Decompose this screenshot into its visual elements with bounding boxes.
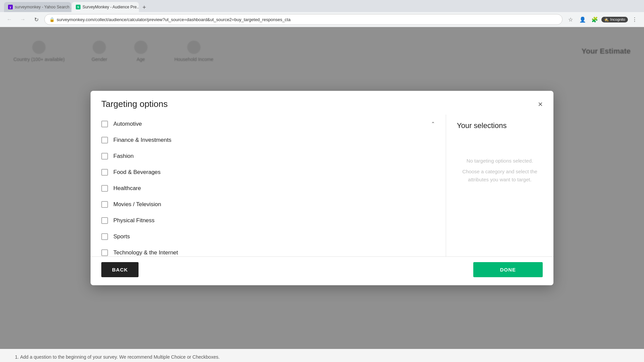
option-technology[interactable]: Technology & the Internet — [91, 245, 446, 256]
checkbox-movies[interactable] — [101, 201, 108, 208]
scroll-indicator-icon — [431, 122, 435, 126]
tab-label-surveymonkey: SurveyMonkey - Audience Pre... — [83, 5, 139, 9]
modal-title: Targeting options — [101, 99, 168, 109]
back-nav-button[interactable]: ← — [4, 14, 15, 25]
checkbox-healthcare[interactable] — [101, 185, 108, 192]
address-bar[interactable]: 🔒 surveymonkey.com/collect/audience/calc… — [44, 14, 562, 25]
option-label-sports: Sports — [113, 233, 130, 240]
option-food[interactable]: Food & Beverages — [91, 164, 446, 180]
option-sports[interactable]: Sports — [91, 229, 446, 245]
menu-button[interactable]: ⋮ — [629, 14, 640, 25]
new-tab-button[interactable]: + — [140, 3, 149, 12]
modal-body: Automotive Finance & Investments Fashion — [91, 115, 553, 256]
checkbox-technology[interactable] — [101, 249, 108, 256]
tab-favicon-surveymonkey: S — [76, 5, 80, 9]
back-button[interactable]: BACK — [101, 262, 139, 277]
no-selections-line1: No targeting options selected. — [457, 157, 543, 165]
incognito-badge: 🕵️ Incognito — [601, 17, 628, 22]
option-fashion[interactable]: Fashion — [91, 148, 446, 164]
page-background: Country (100+ available) Gender Age Hous… — [0, 27, 644, 349]
done-button[interactable]: DONE — [473, 262, 543, 277]
address-bar-row: ← → ↻ 🔒 surveymonkey.com/collect/audienc… — [0, 12, 644, 27]
bookmark-button[interactable]: ☆ — [565, 14, 576, 25]
no-selections-line2: Choose a category and select the attribu… — [457, 168, 543, 184]
checkbox-automotive[interactable] — [101, 121, 108, 127]
modal-overlay: Targeting options × Automotive — [0, 27, 644, 349]
tabs-bar: y surveymonkey - Yahoo Search ... × S Su… — [0, 0, 644, 12]
option-healthcare[interactable]: Healthcare — [91, 180, 446, 196]
modal-close-button[interactable]: × — [538, 100, 543, 108]
checkbox-fitness[interactable] — [101, 217, 108, 224]
tab-label-yahoo: surveymonkey - Yahoo Search ... — [15, 5, 71, 9]
option-label-technology: Technology & the Internet — [113, 249, 178, 256]
incognito-icon: 🕵️ — [604, 17, 609, 22]
option-automotive[interactable]: Automotive — [91, 117, 446, 132]
lock-icon: 🔒 — [49, 17, 55, 22]
option-label-finance: Finance & Investments — [113, 137, 171, 143]
option-label-fashion: Fashion — [113, 153, 133, 160]
browser-actions: ☆ 👤 🧩 🕵️ Incognito ⋮ — [565, 14, 640, 25]
tip-1: Add a question to the beginning of your … — [20, 354, 631, 360]
url-text: surveymonkey.com/collect/audience/calcul… — [57, 17, 557, 22]
incognito-label: Incognito — [610, 17, 625, 21]
browser-chrome: y surveymonkey - Yahoo Search ... × S Su… — [0, 0, 644, 27]
checkbox-finance[interactable] — [101, 137, 108, 143]
option-finance[interactable]: Finance & Investments — [91, 132, 446, 148]
modal-footer: BACK DONE — [91, 256, 553, 285]
tips-list: Add a question to the beginning of your … — [13, 354, 631, 362]
option-label-food: Food & Beverages — [113, 169, 161, 176]
selections-title: Your selections — [457, 121, 543, 130]
option-movies[interactable]: Movies / Television — [91, 196, 446, 213]
checkbox-fashion[interactable] — [101, 153, 108, 160]
extensions-button[interactable]: 🧩 — [589, 14, 600, 25]
option-label-movies: Movies / Television — [113, 201, 161, 208]
option-label-fitness: Physical Fitness — [113, 217, 155, 224]
checkbox-sports[interactable] — [101, 233, 108, 240]
tab-favicon-yahoo: y — [8, 5, 13, 9]
tab-surveymonkey[interactable]: S SurveyMonkey - Audience Pre... × — [72, 2, 139, 12]
modal-header: Targeting options × — [91, 91, 553, 109]
option-label-healthcare: Healthcare — [113, 185, 141, 192]
profile-button[interactable]: 👤 — [577, 14, 588, 25]
left-panel: Automotive Finance & Investments Fashion — [91, 115, 446, 256]
bottom-content: Add a question to the beginning of your … — [0, 349, 644, 362]
right-panel: Your selections No targeting options sel… — [446, 115, 553, 256]
refresh-button[interactable]: ↻ — [31, 14, 42, 25]
tab-yahoo[interactable]: y surveymonkey - Yahoo Search ... × — [4, 2, 71, 12]
checkbox-food[interactable] — [101, 169, 108, 176]
no-selections-message: No targeting options selected. Choose a … — [457, 157, 543, 184]
forward-nav-button[interactable]: → — [17, 14, 28, 25]
options-list[interactable]: Automotive Finance & Investments Fashion — [91, 115, 446, 256]
targeting-modal: Targeting options × Automotive — [91, 91, 553, 285]
option-fitness[interactable]: Physical Fitness — [91, 213, 446, 229]
option-label-automotive: Automotive — [113, 121, 142, 127]
